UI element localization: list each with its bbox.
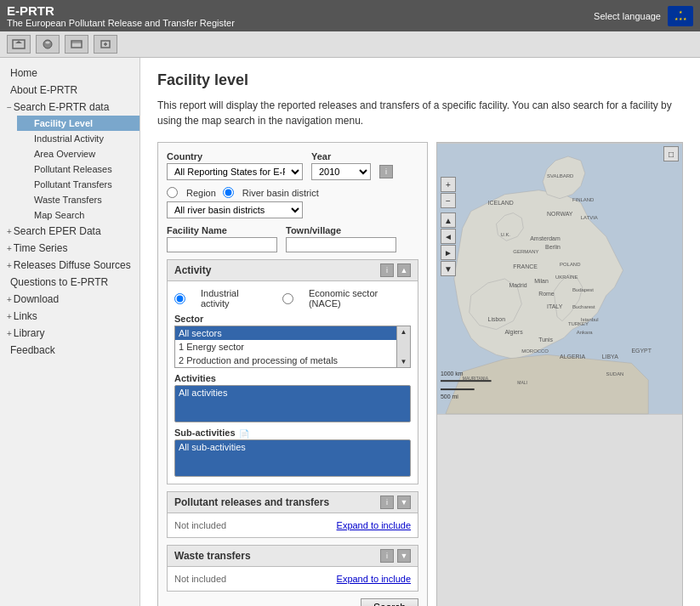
year-select[interactable]: 2010 bbox=[311, 163, 371, 180]
info-icon[interactable]: i bbox=[379, 165, 393, 178]
activity-collapse-icon[interactable]: ▲ bbox=[397, 263, 411, 277]
sidebar-group-download[interactable]: + Download bbox=[0, 291, 139, 308]
industrial-activity-radio[interactable] bbox=[174, 293, 185, 304]
map-toolbar: □ bbox=[663, 146, 679, 161]
sidebar-item-pollutant-transfers[interactable]: Pollutant Transfers bbox=[17, 177, 139, 192]
sidebar-group-eper[interactable]: + Search EPER Data bbox=[0, 223, 139, 240]
sector-container: All sectors 1 Energy sector 2 Production… bbox=[174, 326, 411, 368]
facility-name-input[interactable] bbox=[167, 237, 277, 252]
map-zoom-in-btn[interactable]: + bbox=[441, 177, 456, 192]
sidebar-item-home[interactable]: Home bbox=[0, 65, 139, 82]
toolbar-btn-1[interactable] bbox=[7, 35, 31, 54]
pollutant-info-icon[interactable]: i bbox=[380, 496, 394, 509]
country-label: Country bbox=[167, 151, 303, 161]
plus-icon-eper: + bbox=[7, 227, 12, 236]
waste-collapse-icon[interactable]: ▼ bbox=[397, 549, 411, 563]
toolbar-btn-4[interactable] bbox=[94, 35, 117, 54]
waste-expand-link[interactable]: Expand to include bbox=[337, 574, 411, 584]
river-basin-radio[interactable] bbox=[223, 187, 234, 198]
svg-text:Berlin: Berlin bbox=[545, 244, 561, 250]
header-brand: E-PRTR The European Pollutant Release an… bbox=[7, 3, 235, 28]
svg-text:Tunis: Tunis bbox=[538, 337, 553, 343]
header-right: Select language ★ ★ ★ ★ bbox=[594, 6, 693, 26]
river-basin-select-row: All river basin districts bbox=[167, 201, 418, 218]
map-pan-up-btn[interactable]: ▲ bbox=[441, 212, 456, 228]
svg-text:TURKEY: TURKEY bbox=[568, 321, 589, 326]
activity-info-icon[interactable]: i bbox=[380, 263, 394, 277]
sidebar-item-area-overview[interactable]: Area Overview bbox=[17, 146, 139, 161]
sidebar-item-feedback[interactable]: Feedback bbox=[0, 342, 139, 359]
map-maximize-btn[interactable]: □ bbox=[663, 146, 679, 161]
waste-section-header: Waste transfers i ▼ bbox=[168, 546, 418, 567]
pollutant-collapse-icon[interactable]: ▼ bbox=[397, 496, 411, 509]
sub-activities-select[interactable]: All sub-activities bbox=[174, 439, 411, 477]
sector-item-1[interactable]: 1 Energy sector bbox=[175, 340, 396, 354]
svg-text:500 mi: 500 mi bbox=[441, 394, 458, 399]
sidebar-group-diffuse[interactable]: + Releases Diffuse Sources bbox=[0, 257, 139, 274]
svg-text:ALGERIA: ALGERIA bbox=[560, 354, 585, 360]
pollutant-section-body: Not included Expand to include bbox=[168, 513, 418, 537]
waste-content-row: Not included Expand to include bbox=[174, 574, 411, 584]
svg-text:Bucharest: Bucharest bbox=[572, 304, 595, 309]
activity-section: Activity i ▲ Industrial activity Economi… bbox=[167, 259, 418, 484]
pollutant-section-title: Pollutant releases and transfers bbox=[174, 496, 329, 508]
sidebar-item-questions[interactable]: Questions to E-PRTR bbox=[0, 274, 139, 291]
search-button[interactable]: Search bbox=[361, 598, 418, 606]
select-language-link[interactable]: Select language bbox=[594, 11, 661, 21]
activities-select[interactable]: All activities bbox=[174, 385, 411, 422]
toolbar-btn-3[interactable] bbox=[65, 35, 88, 54]
facility-town-row: Facility Name Town/village bbox=[167, 225, 418, 252]
sidebar-group-library[interactable]: + Library bbox=[0, 325, 139, 342]
map-pan-left-btn[interactable]: ◄ bbox=[441, 229, 456, 244]
sidebar-item-pollutant-releases[interactable]: Pollutant Releases bbox=[17, 161, 139, 177]
sub-activities-label-row: Sub-activities 📄 bbox=[174, 428, 411, 439]
map-zoom-out-btn[interactable]: − bbox=[441, 193, 456, 208]
sidebar-group-timeseries[interactable]: + Time Series bbox=[0, 240, 139, 257]
main-layout: Home About E-PRTR − Search E-PRTR data F… bbox=[0, 58, 700, 606]
app-logo-text: E-PRTR bbox=[7, 3, 235, 18]
sector-list: All sectors 1 Energy sector 2 Production… bbox=[175, 326, 396, 367]
year-group: Year 2010 bbox=[311, 151, 371, 180]
map-area: SVALBARD ICELAND NORWAY FINLAND LATVIA U… bbox=[436, 142, 683, 606]
sidebar-item-industrial-activity[interactable]: Industrial Activity bbox=[17, 131, 139, 146]
svg-rect-44 bbox=[441, 380, 492, 382]
waste-info-icon[interactable]: i bbox=[380, 549, 394, 563]
sidebar-item-waste-transfers[interactable]: Waste Transfers bbox=[17, 192, 139, 207]
toolbar-btn-2[interactable] bbox=[36, 35, 60, 54]
sidebar-item-map-search[interactable]: Map Search bbox=[17, 207, 139, 223]
region-radio[interactable] bbox=[167, 187, 178, 198]
svg-text:MOROCCO: MOROCCO bbox=[521, 348, 549, 354]
sector-scrollbar[interactable]: ▲ ▼ bbox=[396, 326, 410, 367]
sector-item-2[interactable]: 2 Production and processing of metals bbox=[175, 354, 396, 367]
sidebar-item-about[interactable]: About E-PRTR bbox=[0, 82, 139, 99]
sector-item-all[interactable]: All sectors bbox=[175, 326, 396, 340]
sidebar-sub-search: Facility Level Industrial Activity Area … bbox=[0, 116, 139, 223]
river-basin-select[interactable]: All river basin districts bbox=[167, 201, 303, 218]
town-village-input[interactable] bbox=[286, 237, 396, 252]
region-river-row: Region River basin district bbox=[167, 187, 418, 198]
pollutant-section: Pollutant releases and transfers i ▼ Not… bbox=[167, 491, 418, 538]
economic-sector-radio[interactable] bbox=[282, 293, 293, 304]
page-title: Facility level bbox=[157, 71, 683, 89]
pollutant-section-controls: i ▼ bbox=[380, 496, 411, 509]
facility-name-label: Facility Name bbox=[167, 225, 277, 235]
waste-section: Waste transfers i ▼ Not included Expand … bbox=[167, 545, 418, 592]
year-label: Year bbox=[311, 151, 371, 161]
country-select[interactable]: All Reporting States for E-PRTR bbox=[167, 163, 303, 180]
svg-text:LIBYA: LIBYA bbox=[602, 354, 619, 360]
map-pan-right-btn[interactable]: ► bbox=[441, 245, 456, 260]
svg-text:EGYPT: EGYPT bbox=[631, 348, 652, 354]
svg-text:Budapest: Budapest bbox=[572, 287, 594, 292]
pollutant-content-row: Not included Expand to include bbox=[174, 520, 411, 530]
svg-rect-46 bbox=[441, 388, 475, 390]
plus-icon-library: + bbox=[7, 329, 12, 338]
pollutant-expand-link[interactable]: Expand to include bbox=[337, 520, 411, 530]
svg-text:Milan: Milan bbox=[534, 278, 549, 284]
sidebar-group-links[interactable]: + Links bbox=[0, 308, 139, 325]
sub-activities-icon[interactable]: 📄 bbox=[239, 429, 249, 439]
svg-rect-5 bbox=[71, 41, 82, 48]
sidebar-group-search[interactable]: − Search E-PRTR data bbox=[0, 99, 139, 116]
plus-icon-download: + bbox=[7, 295, 12, 304]
sidebar-item-facility-level[interactable]: Facility Level bbox=[17, 116, 139, 131]
map-pan-down-btn[interactable]: ▼ bbox=[441, 261, 456, 276]
